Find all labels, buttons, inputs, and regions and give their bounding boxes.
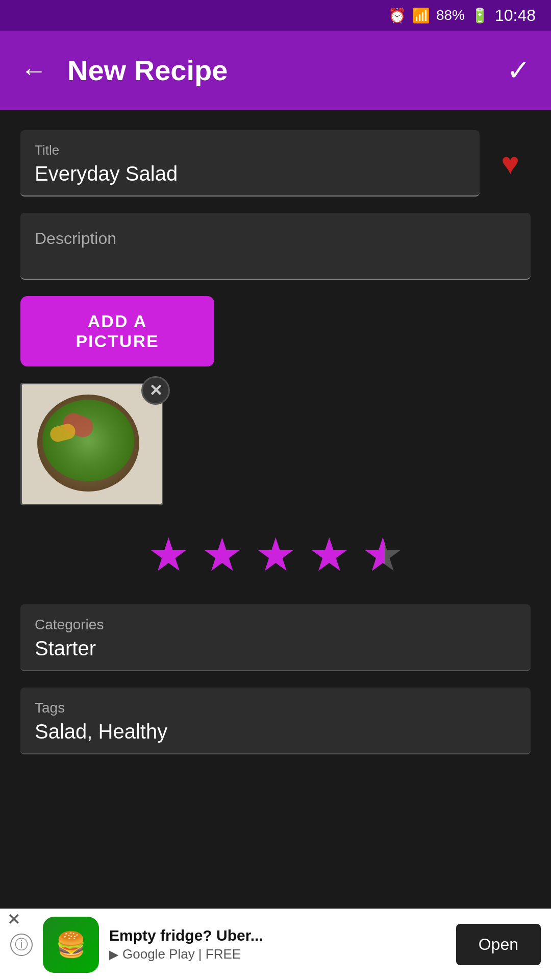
star-4[interactable]: ★ (309, 532, 350, 578)
star-1[interactable]: ★ (148, 532, 189, 578)
alarm-icon: ⏰ (388, 7, 406, 24)
ad-text-block: Empty fridge? Uber... ▶ Google Play | FR… (109, 927, 446, 962)
title-input[interactable]: Title Everyday Salad (20, 130, 480, 197)
confirm-button[interactable]: ✓ (507, 54, 531, 87)
add-picture-button[interactable]: ADD A PICTURE (20, 296, 214, 366)
remove-image-button[interactable]: ✕ (141, 376, 170, 405)
wifi-icon: 📶 (412, 7, 430, 24)
status-icons: ⏰ 📶 88% 🔋 10:48 (388, 6, 536, 25)
favorite-button[interactable]: ♥ (490, 143, 531, 184)
ad-banner: ⓘ 🍔 Empty fridge? Uber... ▶ Google Play … (0, 909, 551, 980)
title-label: Title (35, 142, 465, 158)
ad-open-button[interactable]: Open (456, 924, 541, 965)
close-icon: ✕ (7, 910, 21, 928)
info-icon: ⓘ (15, 936, 28, 953)
star-5[interactable]: ★ (362, 532, 404, 578)
battery-icon: 🔋 (471, 7, 489, 24)
close-icon: ✕ (149, 382, 163, 399)
salad-visual (22, 384, 162, 504)
battery-text: 88% (436, 7, 465, 23)
title-row: Title Everyday Salad ♥ (20, 130, 531, 197)
ad-app-icon: 🍔 (43, 917, 99, 973)
star-2[interactable]: ★ (202, 532, 243, 578)
status-bar: ⏰ 📶 88% 🔋 10:48 (0, 0, 551, 31)
description-label: Description (35, 229, 516, 248)
categories-field[interactable]: Categories Starter (20, 604, 531, 671)
categories-label: Categories (35, 617, 516, 633)
description-input[interactable]: Description (20, 213, 531, 280)
ad-info-button[interactable]: ⓘ (10, 934, 33, 956)
title-value: Everyday Salad (35, 162, 465, 185)
categories-value: Starter (35, 637, 516, 660)
star-3[interactable]: ★ (255, 532, 296, 578)
ad-subtitle: ▶ Google Play | FREE (109, 946, 446, 962)
uber-eats-icon: 🍔 (56, 930, 86, 959)
heart-icon: ♥ (501, 146, 519, 181)
google-play-icon: ▶ (109, 947, 118, 962)
tags-label: Tags (35, 700, 516, 716)
time-display: 10:48 (495, 6, 536, 25)
back-button[interactable]: ← (20, 55, 47, 86)
ad-store-line: Google Play | FREE (122, 946, 241, 962)
ad-title: Empty fridge? Uber... (109, 927, 446, 944)
page-title: New Recipe (67, 54, 507, 87)
header: ← New Recipe ✓ (0, 31, 551, 110)
star-rating[interactable]: ★ ★ ★ ★ ★ (20, 522, 531, 588)
tags-field[interactable]: Tags Salad, Healthy (20, 688, 531, 754)
ad-close-button[interactable]: ✕ (7, 910, 21, 929)
tags-value: Salad, Healthy (35, 720, 516, 743)
recipe-image (22, 384, 162, 504)
main-content: Title Everyday Salad ♥ Description ADD A… (0, 110, 551, 775)
image-thumbnail-container: ✕ (20, 383, 163, 505)
